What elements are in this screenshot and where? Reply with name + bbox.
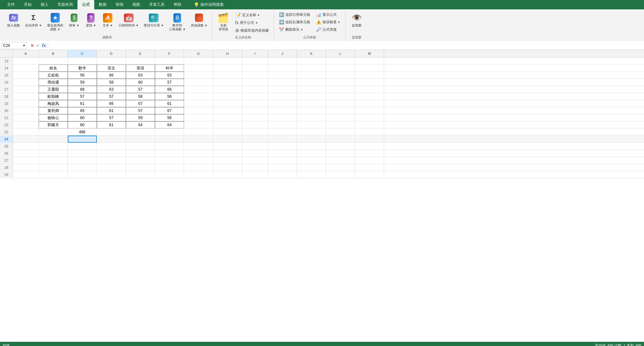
col-header-d[interactable]: D (97, 50, 126, 57)
cell-h14[interactable] (213, 65, 242, 72)
cell-d15[interactable]: 66 (97, 72, 126, 79)
col-header-e[interactable]: E (126, 50, 155, 57)
cell-m29[interactable] (355, 171, 384, 178)
cell-j29[interactable] (268, 171, 297, 178)
trace-dependents-button[interactable]: ➡️ 追踪从属单元格 (277, 19, 312, 25)
cell-d20[interactable]: 61 (97, 107, 126, 114)
cell-l22[interactable] (326, 121, 355, 128)
cell-j23[interactable] (268, 128, 297, 136)
cell-c25[interactable] (68, 143, 97, 150)
cell-k18[interactable] (297, 93, 326, 100)
name-box[interactable]: C24 ▼ (1, 42, 27, 49)
cell-f20[interactable]: 67 (155, 107, 184, 114)
cell-e22[interactable]: 64 (126, 121, 155, 128)
cell-f13[interactable] (155, 57, 184, 65)
cell-h26[interactable] (213, 150, 242, 157)
cell-m13[interactable] (355, 57, 384, 65)
cell-l13[interactable] (326, 57, 355, 65)
tab-home[interactable]: 开始 (19, 0, 36, 9)
row-num-17[interactable]: 17 (0, 86, 13, 93)
cell-a18[interactable] (13, 93, 39, 100)
cell-l15[interactable] (326, 72, 355, 79)
cell-a19[interactable] (13, 100, 39, 107)
cell-d14[interactable]: 语文 (97, 65, 126, 72)
cell-k23[interactable] (297, 128, 326, 136)
cell-j20[interactable] (268, 107, 297, 114)
cell-c16[interactable]: 59 (68, 79, 97, 86)
cell-d29[interactable] (97, 171, 126, 178)
cell-f16[interactable]: 57 (155, 79, 184, 86)
cell-e17[interactable]: 57 (126, 86, 155, 93)
cell-l27[interactable] (326, 157, 355, 164)
error-checking-button[interactable]: ⚠️ 错误检查 ▼ (314, 19, 343, 25)
cell-g26[interactable] (184, 150, 213, 157)
trace-precedents-button[interactable]: ⬅️ 追踪引用单元格 (277, 11, 312, 18)
cell-e19[interactable]: 67 (126, 100, 155, 107)
row-num-28[interactable]: 28 (0, 164, 13, 171)
col-header-i[interactable]: I (242, 50, 268, 57)
cell-m22[interactable] (355, 121, 384, 128)
cell-f24[interactable] (155, 136, 184, 143)
cell-j14[interactable] (268, 65, 297, 72)
cell-g22[interactable] (184, 121, 213, 128)
col-header-m[interactable]: M (355, 50, 384, 57)
cell-m23[interactable] (355, 128, 384, 136)
cell-k22[interactable] (297, 121, 326, 128)
cell-l25[interactable] (326, 143, 355, 150)
cell-d18[interactable]: 57 (97, 93, 126, 100)
eval-formula-button[interactable]: 🔎 公式求值 (314, 26, 343, 33)
insert-function-button[interactable]: fx 插入函数 (5, 11, 22, 29)
cell-a13[interactable] (13, 57, 39, 65)
cell-a14[interactable] (13, 65, 39, 72)
cell-b27[interactable] (39, 157, 68, 164)
cell-j19[interactable] (268, 100, 297, 107)
cell-f18[interactable]: 56 (155, 93, 184, 100)
cell-d23[interactable] (97, 128, 126, 136)
tab-search-help[interactable]: 💡 操作说明搜索 (189, 0, 228, 9)
col-header-c[interactable]: C (68, 50, 97, 57)
formula-fx-icon[interactable]: fx (42, 43, 46, 48)
tab-file[interactable]: 文件 (3, 0, 19, 9)
cell-m25[interactable] (355, 143, 384, 150)
cell-b20[interactable]: 黄药师 (39, 107, 68, 114)
cell-g15[interactable] (184, 72, 213, 79)
cell-a29[interactable] (13, 171, 39, 178)
cell-a24[interactable] (13, 136, 39, 143)
cell-g27[interactable] (184, 157, 213, 164)
cell-k20[interactable] (297, 107, 326, 114)
cell-l23[interactable] (326, 128, 355, 136)
cell-c29[interactable] (68, 171, 97, 178)
tab-data[interactable]: 数据 (94, 0, 111, 9)
cell-b17[interactable]: 王重阳 (39, 86, 68, 93)
cell-h24[interactable] (213, 136, 242, 143)
cell-i15[interactable] (242, 72, 268, 79)
cell-l20[interactable] (326, 107, 355, 114)
cell-l14[interactable] (326, 65, 355, 72)
cell-g20[interactable] (184, 107, 213, 114)
tab-view[interactable]: 视图 (128, 0, 145, 9)
cell-c19[interactable]: 61 (68, 100, 97, 107)
cell-g19[interactable] (184, 100, 213, 107)
cell-k15[interactable] (297, 72, 326, 79)
cell-j13[interactable] (268, 57, 297, 65)
cell-d24[interactable] (97, 136, 126, 143)
cell-c24[interactable] (68, 136, 97, 143)
use-in-formula-button[interactable]: fx 用于公式 ▼ (233, 19, 271, 26)
cell-k13[interactable] (297, 57, 326, 65)
cell-a20[interactable] (13, 107, 39, 114)
cell-k17[interactable] (297, 86, 326, 93)
cell-d28[interactable] (97, 164, 126, 171)
cell-e20[interactable]: 57 (126, 107, 155, 114)
cell-k29[interactable] (297, 171, 326, 178)
row-num-14[interactable]: 14 (0, 65, 13, 72)
tab-insert[interactable]: 插入 (36, 0, 53, 9)
col-header-a[interactable]: A (13, 50, 39, 57)
cell-m17[interactable] (355, 86, 384, 93)
cell-i24[interactable] (242, 136, 268, 143)
cell-h25[interactable] (213, 143, 242, 150)
tab-review[interactable]: 审阅 (111, 0, 128, 9)
formula-input[interactable] (49, 42, 643, 49)
cell-m24[interactable] (355, 136, 384, 143)
cell-a23[interactable] (13, 128, 39, 136)
cell-a21[interactable] (13, 114, 39, 121)
